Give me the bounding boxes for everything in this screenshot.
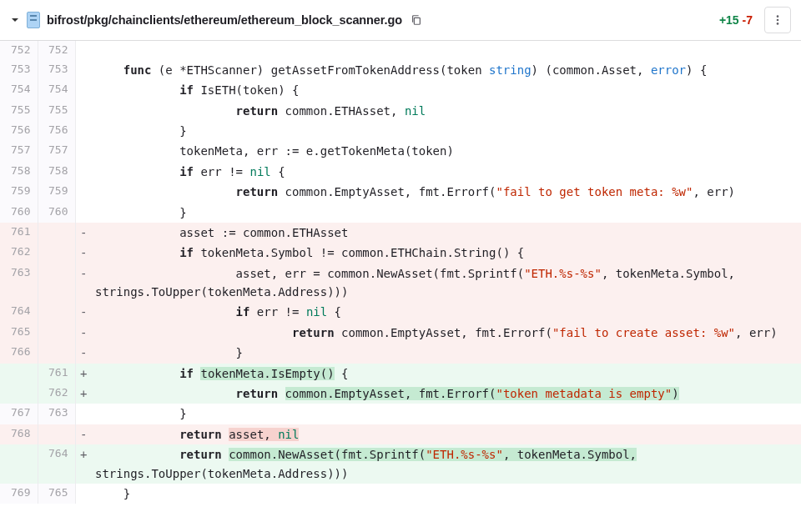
- old-line-number[interactable]: [0, 444, 38, 484]
- code-content: asset, err = common.NewAsset(fmt.Sprintf…: [92, 263, 801, 303]
- old-line-number[interactable]: 759: [0, 182, 38, 202]
- svg-point-1: [777, 15, 779, 18]
- code-content: return common.EmptyAsset, fmt.Errorf("fa…: [92, 182, 801, 202]
- diff-stats: +15 -7: [719, 13, 753, 27]
- new-line-number[interactable]: [38, 243, 75, 263]
- old-line-number[interactable]: 752: [0, 41, 38, 60]
- new-line-number[interactable]: 755: [38, 101, 75, 121]
- code-content: [92, 41, 801, 60]
- diff-sign: -: [75, 343, 92, 363]
- diff-sign: [75, 60, 92, 80]
- file-header: bifrost/pkg/chainclients/ethereum/ethere…: [0, 0, 801, 41]
- diff-sign: [75, 182, 92, 202]
- code-content: if IsETH(token) {: [92, 80, 801, 100]
- diff-line[interactable]: 766- }: [0, 343, 801, 363]
- diff-sign: +: [75, 364, 92, 384]
- diff-sign: [75, 41, 92, 60]
- diff-sign: -: [75, 223, 92, 243]
- code-content: }: [92, 484, 801, 504]
- old-line-number[interactable]: 766: [0, 343, 38, 363]
- diff-sign: [75, 162, 92, 182]
- new-line-number[interactable]: 753: [38, 60, 75, 80]
- code-content: func (e *ETHScanner) getAssetFromTokenAd…: [92, 60, 801, 80]
- new-line-number[interactable]: 754: [38, 80, 75, 100]
- old-line-number[interactable]: 763: [0, 263, 38, 303]
- new-line-number[interactable]: [38, 302, 75, 322]
- new-line-number[interactable]: 765: [38, 484, 75, 504]
- diff-line[interactable]: 754754 if IsETH(token) {: [0, 80, 801, 100]
- diff-sign: [75, 141, 92, 161]
- new-line-number[interactable]: [38, 223, 75, 243]
- old-line-number[interactable]: 755: [0, 101, 38, 121]
- old-line-number[interactable]: 757: [0, 141, 38, 161]
- svg-point-3: [777, 23, 779, 25]
- new-line-number[interactable]: 762: [38, 384, 75, 404]
- diff-sign: -: [75, 323, 92, 343]
- lines-added: +15: [719, 13, 739, 27]
- diff-line[interactable]: 764- if err != nil {: [0, 302, 801, 322]
- file-icon: [27, 12, 40, 28]
- old-line-number[interactable]: 762: [0, 243, 38, 263]
- new-line-number[interactable]: [38, 424, 75, 444]
- svg-point-2: [777, 19, 779, 22]
- diff-line[interactable]: 759759 return common.EmptyAsset, fmt.Err…: [0, 182, 801, 202]
- diff-line[interactable]: 763- asset, err = common.NewAsset(fmt.Sp…: [0, 263, 801, 303]
- old-line-number[interactable]: [0, 364, 38, 384]
- copy-path-icon[interactable]: [409, 13, 424, 28]
- diff-sign: [75, 80, 92, 100]
- new-line-number[interactable]: 759: [38, 182, 75, 202]
- collapse-chevron-icon[interactable]: [10, 15, 20, 25]
- diff-line[interactable]: 767763 }: [0, 404, 801, 424]
- new-line-number[interactable]: 764: [38, 444, 75, 484]
- code-content: if err != nil {: [92, 302, 801, 322]
- new-line-number[interactable]: [38, 343, 75, 363]
- diff-sign: -: [75, 263, 92, 303]
- diff-line[interactable]: 757757 tokenMeta, err := e.getTokenMeta(…: [0, 141, 801, 161]
- new-line-number[interactable]: 758: [38, 162, 75, 182]
- old-line-number[interactable]: 769: [0, 484, 38, 504]
- diff-sign: +: [75, 444, 92, 484]
- diff-line[interactable]: 758758 if err != nil {: [0, 162, 801, 182]
- diff-line[interactable]: 752752: [0, 41, 801, 60]
- diff-sign: [75, 121, 92, 141]
- diff-line[interactable]: 768- return asset, nil: [0, 424, 801, 444]
- diff-line[interactable]: 769765 }: [0, 484, 801, 504]
- old-line-number[interactable]: 767: [0, 404, 38, 424]
- new-line-number[interactable]: 756: [38, 121, 75, 141]
- old-line-number[interactable]: 756: [0, 121, 38, 141]
- new-line-number[interactable]: [38, 323, 75, 343]
- diff-sign: -: [75, 424, 92, 444]
- old-line-number[interactable]: 760: [0, 203, 38, 223]
- code-content: if err != nil {: [92, 162, 801, 182]
- diff-line[interactable]: 760760 }: [0, 203, 801, 223]
- diff-line[interactable]: 762- if tokenMeta.Symbol != common.ETHCh…: [0, 243, 801, 263]
- lines-removed: -7: [743, 13, 753, 27]
- diff-line[interactable]: 761+ if tokenMeta.IsEmpty() {: [0, 364, 801, 384]
- diff-line[interactable]: 764+ return common.NewAsset(fmt.Sprintf(…: [0, 444, 801, 484]
- new-line-number[interactable]: 760: [38, 203, 75, 223]
- diff-line[interactable]: 753753 func (e *ETHScanner) getAssetFrom…: [0, 60, 801, 80]
- diff-line[interactable]: 756756 }: [0, 121, 801, 141]
- diff-line[interactable]: 761- asset := common.ETHAsset: [0, 223, 801, 243]
- diff-line[interactable]: 762+ return common.EmptyAsset, fmt.Error…: [0, 384, 801, 404]
- old-line-number[interactable]: 765: [0, 323, 38, 343]
- file-path[interactable]: bifrost/pkg/chainclients/ethereum/ethere…: [47, 13, 402, 27]
- old-line-number[interactable]: 761: [0, 223, 38, 243]
- new-line-number[interactable]: 761: [38, 364, 75, 384]
- file-actions-button[interactable]: [764, 7, 791, 33]
- old-line-number[interactable]: [0, 384, 38, 404]
- code-content: }: [92, 404, 801, 424]
- new-line-number[interactable]: 752: [38, 41, 75, 60]
- old-line-number[interactable]: 768: [0, 424, 38, 444]
- diff-line[interactable]: 765- return common.EmptyAsset, fmt.Error…: [0, 323, 801, 343]
- diff-line[interactable]: 755755 return common.ETHAsset, nil: [0, 101, 801, 121]
- new-line-number[interactable]: [38, 263, 75, 303]
- new-line-number[interactable]: 757: [38, 141, 75, 161]
- old-line-number[interactable]: 753: [0, 60, 38, 80]
- new-line-number[interactable]: 763: [38, 404, 75, 424]
- code-content: asset := common.ETHAsset: [92, 223, 801, 243]
- old-line-number[interactable]: 754: [0, 80, 38, 100]
- old-line-number[interactable]: 758: [0, 162, 38, 182]
- code-content: return common.EmptyAsset, fmt.Errorf("to…: [92, 384, 801, 404]
- old-line-number[interactable]: 764: [0, 302, 38, 322]
